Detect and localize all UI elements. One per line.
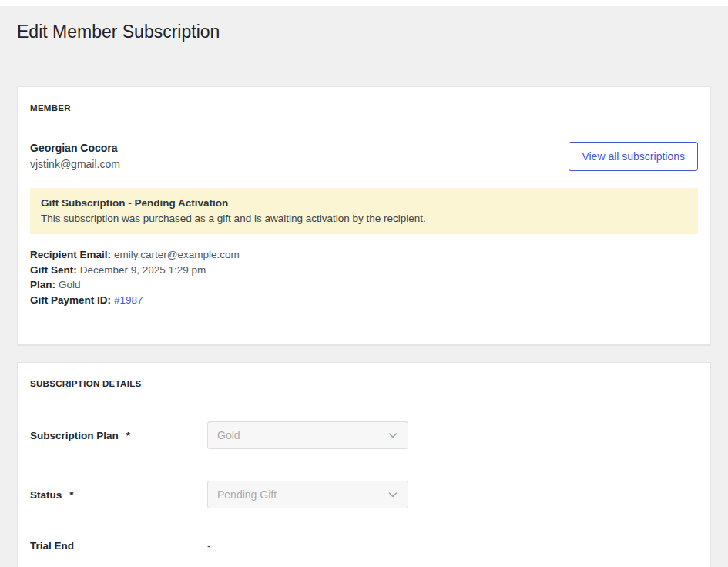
detail-gift-sent: Gift Sent:December 9, 2025 1:29 pm bbox=[30, 263, 698, 278]
field-label-text: Subscription Plan bbox=[30, 430, 119, 441]
detail-value: Gold bbox=[59, 279, 81, 290]
member-name: Georgian Cocora bbox=[30, 141, 120, 155]
chevron-down-icon bbox=[387, 429, 399, 441]
chevron-down-icon bbox=[387, 488, 399, 501]
trial-end-label: Trial End bbox=[30, 540, 207, 552]
field-row-trial-end: Trial End - bbox=[30, 540, 698, 552]
status-label: Status* bbox=[30, 489, 207, 501]
field-row-subscription-plan: Subscription Plan* Gold bbox=[30, 421, 698, 449]
detail-label: Recipient Email: bbox=[30, 249, 111, 260]
gift-pending-notice: Gift Subscription - Pending Activation T… bbox=[30, 188, 698, 234]
gift-details-list: Recipient Email:emily.carter@example.com… bbox=[30, 247, 698, 307]
detail-value: emily.carter@example.com bbox=[114, 249, 240, 260]
detail-plan: Plan:Gold bbox=[30, 277, 698, 293]
required-asterisk: * bbox=[69, 489, 73, 501]
status-select[interactable]: Pending Gift bbox=[207, 481, 408, 508]
view-all-subscriptions-button[interactable]: View all subscriptions bbox=[569, 142, 698, 171]
gift-notice-description: This subscription was purchased as a gif… bbox=[41, 212, 687, 225]
gift-notice-title: Gift Subscription - Pending Activation bbox=[41, 196, 687, 210]
member-card: MEMBER Georgian Cocora vjstink@gmail.com… bbox=[17, 86, 711, 345]
field-label-text: Status bbox=[30, 489, 62, 501]
member-email: vjstink@gmail.com bbox=[30, 157, 120, 171]
field-label-text: Trial End bbox=[30, 540, 74, 552]
status-selected-value: Pending Gift bbox=[217, 488, 277, 501]
subscription-form: Subscription Plan* Gold Status* Pending … bbox=[30, 421, 698, 552]
required-asterisk: * bbox=[126, 430, 130, 441]
admin-content: Edit Member Subscription MEMBER Georgian… bbox=[0, 20, 728, 567]
top-strip bbox=[0, 0, 728, 6]
subscription-plan-select[interactable]: Gold bbox=[207, 421, 408, 449]
gift-payment-id-link[interactable]: #1987 bbox=[114, 294, 143, 306]
subscription-plan-label: Subscription Plan* bbox=[30, 430, 207, 441]
subscription-details-card: SUBSCRIPTION DETAILS Subscription Plan* … bbox=[17, 362, 711, 567]
detail-recipient-email: Recipient Email:emily.carter@example.com bbox=[30, 247, 698, 263]
subscription-card-heading: SUBSCRIPTION DETAILS bbox=[30, 378, 698, 389]
field-row-status: Status* Pending Gift bbox=[30, 481, 698, 508]
detail-label: Gift Sent: bbox=[30, 264, 77, 276]
member-row: Georgian Cocora vjstink@gmail.com View a… bbox=[30, 141, 698, 171]
page-title: Edit Member Subscription bbox=[17, 20, 711, 43]
detail-gift-payment-id: Gift Payment ID:#1987 bbox=[30, 293, 698, 308]
detail-label: Plan: bbox=[30, 279, 55, 290]
member-card-heading: MEMBER bbox=[30, 102, 698, 113]
detail-value: December 9, 2025 1:29 pm bbox=[80, 264, 206, 276]
trial-end-value: - bbox=[207, 540, 211, 552]
detail-label: Gift Payment ID: bbox=[30, 294, 111, 306]
member-identity: Georgian Cocora vjstink@gmail.com bbox=[30, 141, 120, 171]
subscription-plan-selected-value: Gold bbox=[217, 429, 240, 441]
